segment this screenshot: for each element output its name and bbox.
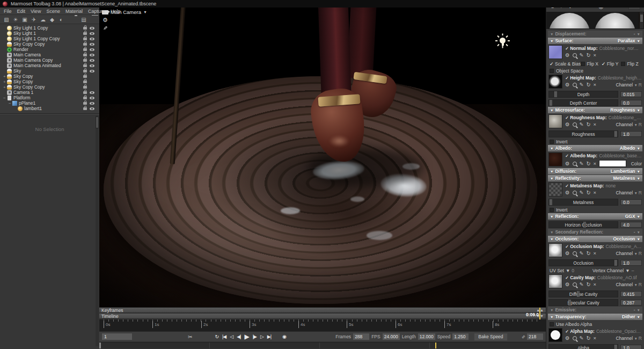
visibility-icon[interactable]: [90, 97, 94, 99]
occlusion-value[interactable]: 1.0: [620, 260, 642, 266]
texture-clear-icon[interactable]: ×: [593, 251, 596, 256]
enabled-check-icon[interactable]: ✓: [565, 115, 569, 120]
uv-set-selector[interactable]: UV Set: [550, 268, 564, 273]
material-preview-sphere[interactable]: [547, 12, 592, 28]
menu-item[interactable]: File: [1, 9, 14, 14]
map-filename[interactable]: Cobblestone_AO.tif: [597, 275, 637, 280]
texture-search-icon[interactable]: [573, 336, 577, 340]
diffuse-cavity-slider[interactable]: Diffuse Cavity: [548, 290, 618, 297]
scene-tree-row[interactable]: − pPlane1: [0, 100, 99, 106]
section-surface[interactable]: ▼ Surface: Parallax ▼: [548, 38, 642, 44]
frames-value[interactable]: 288: [353, 333, 369, 340]
enabled-check-icon[interactable]: ✓: [565, 75, 569, 81]
map-filename[interactable]: Cobblestone_basecolor.tif: [599, 153, 642, 158]
texture-search-icon[interactable]: [573, 162, 577, 166]
frame-number-input[interactable]: 1: [102, 333, 132, 340]
flip-y-checkbox[interactable]: Flip Y: [601, 61, 621, 67]
roughness-map-thumbnail[interactable]: [548, 114, 562, 128]
lock-icon[interactable]: [83, 43, 87, 46]
object-space-checkbox[interactable]: Object Space: [550, 68, 641, 74]
section-transparency[interactable]: ▼Transparency: Dither▼: [548, 314, 642, 320]
texture-reload-icon[interactable]: ↻: [587, 82, 591, 88]
texture-clear-icon[interactable]: ×: [593, 336, 596, 341]
section-reflection[interactable]: ▼Reflection: GGX▼: [548, 213, 642, 220]
visibility-icon[interactable]: [90, 70, 94, 72]
metalness-map-thumbnail[interactable]: [548, 183, 562, 197]
visibility-icon[interactable]: [90, 64, 94, 67]
depth-value[interactable]: 0.015: [620, 91, 642, 97]
texture-search-icon[interactable]: [573, 191, 577, 195]
prev-keyframe-button[interactable]: ◁: [230, 333, 233, 340]
texture-settings-icon[interactable]: ⚙: [565, 161, 570, 166]
tree-expand-toggle[interactable]: +: [3, 85, 7, 90]
lock-icon[interactable]: [83, 97, 87, 99]
albedo-map-thumbnail[interactable]: [548, 152, 562, 166]
texture-edit-icon[interactable]: ✎: [580, 251, 584, 256]
visibility-icon[interactable]: [90, 91, 94, 94]
texture-edit-icon[interactable]: ✎: [580, 282, 584, 287]
skip-to-end-button[interactable]: ▶|: [267, 333, 271, 340]
viewport-paint-icon[interactable]: ✎: [103, 25, 107, 31]
texture-edit-icon[interactable]: ✎: [580, 161, 584, 166]
diffuse-cavity-value[interactable]: 0.415: [620, 291, 642, 297]
texture-reload-icon[interactable]: ↻: [587, 161, 591, 166]
add-object-icon[interactable]: ▧: [3, 16, 10, 23]
enabled-check-icon[interactable]: ✓: [565, 329, 569, 334]
texture-edit-icon[interactable]: ✎: [580, 53, 584, 58]
add-primitive-icon[interactable]: ◆: [48, 16, 56, 23]
play-button[interactable]: ▶: [244, 333, 248, 340]
texture-edit-icon[interactable]: ✎: [580, 122, 584, 127]
menu-item[interactable]: View: [28, 9, 43, 14]
texture-search-icon[interactable]: [573, 83, 577, 87]
lock-icon[interactable]: [83, 107, 87, 110]
visibility-icon[interactable]: [90, 107, 94, 110]
texture-reload-icon[interactable]: ↻: [587, 282, 591, 287]
linked-frame-value[interactable]: 218: [527, 333, 543, 340]
tree-expand-toggle[interactable]: −: [3, 96, 7, 100]
texture-settings-icon[interactable]: ⚙: [565, 190, 570, 195]
channel-selector[interactable]: Channel ▼R: [616, 336, 642, 341]
invert-checkbox[interactable]: Invert: [550, 207, 641, 213]
map-filename[interactable]: Cobblestone_Opacity.tif: [596, 329, 642, 334]
alpha-value[interactable]: 1.0: [620, 345, 642, 349]
menu-item[interactable]: Scene: [43, 9, 63, 14]
lock-icon[interactable]: [83, 32, 87, 35]
texture-edit-icon[interactable]: ✎: [580, 190, 584, 195]
lock-icon[interactable]: [83, 48, 87, 51]
normal-map-thumbnail[interactable]: [548, 45, 562, 59]
menu-item[interactable]: Edit: [14, 9, 28, 14]
flip-z-checkbox[interactable]: Flip Z: [621, 61, 641, 67]
scene-tree-row[interactable]: lambert1: [0, 106, 99, 111]
previews-scrollbar[interactable]: [640, 12, 643, 28]
roughness-value[interactable]: 1.0: [620, 131, 642, 137]
next-keyframe-button[interactable]: ▷: [260, 333, 264, 340]
section-diffusion[interactable]: ▼Diffusion: Lambertian▼: [548, 168, 642, 174]
texture-search-icon[interactable]: [573, 251, 577, 256]
timeline-header[interactable]: Timeline ▼▼: [99, 314, 546, 319]
albedo-color-swatch[interactable]: [599, 160, 626, 167]
visibility-icon[interactable]: [90, 59, 94, 62]
flip-x-checkbox[interactable]: Flip X: [581, 61, 601, 67]
length-value[interactable]: 12.000: [418, 333, 435, 340]
lock-icon[interactable]: [83, 70, 87, 72]
scene-tree-row[interactable]: Render: [0, 47, 99, 52]
cavity-map-thumbnail[interactable]: [548, 274, 562, 288]
timeline-ruler[interactable]: 0s1s2s3s4s5s6s7s8s: [99, 319, 546, 331]
scene-tree-row[interactable]: Main Camera Copy: [0, 57, 99, 63]
visibility-icon[interactable]: [90, 32, 94, 35]
material-preview-sphere[interactable]: [592, 12, 638, 28]
texture-search-icon[interactable]: [573, 53, 577, 57]
lock-icon[interactable]: [83, 75, 87, 78]
enabled-check-icon[interactable]: ✓: [565, 46, 569, 51]
lock-icon[interactable]: [83, 81, 87, 83]
scene-tree-row[interactable]: Camera 1: [0, 90, 99, 95]
texture-reload-icon[interactable]: ↻: [587, 53, 591, 58]
specular-cavity-slider[interactable]: Specular Cavity: [548, 299, 618, 306]
metalness-value[interactable]: 0.0: [620, 199, 642, 205]
lock-icon[interactable]: [83, 91, 87, 94]
lock-icon[interactable]: [83, 59, 87, 62]
scene-tree-row[interactable]: Main Camera Animated: [0, 63, 99, 68]
add-camera-icon[interactable]: ▣: [21, 16, 28, 23]
visibility-icon[interactable]: [90, 48, 94, 51]
section-occlusion[interactable]: ▼Occlusion: Occlusion▼: [548, 236, 642, 242]
